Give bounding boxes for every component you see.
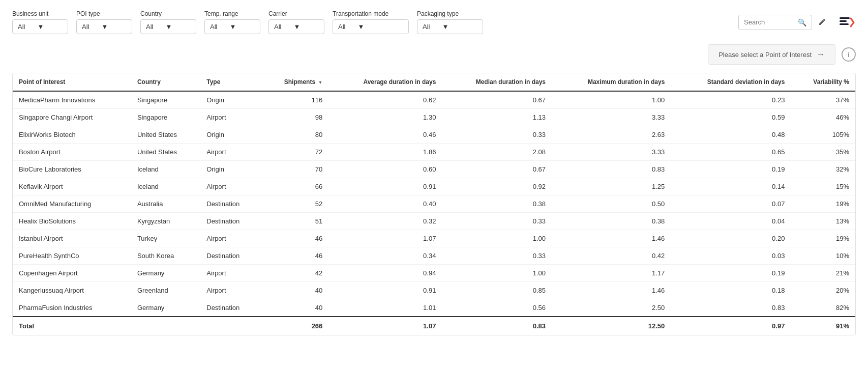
cell-type: Airport — [200, 282, 261, 299]
packaging-type-select[interactable]: All ▼ — [417, 19, 483, 34]
table-row[interactable]: Keflavik Airport Iceland Airport 66 0.91… — [13, 178, 855, 195]
packaging-type-value: All — [423, 23, 430, 31]
cell-shipments: 52 — [261, 195, 328, 213]
cell-max-duration: 1.17 — [552, 265, 671, 282]
cell-poi: MedicaPharm Innovations — [13, 91, 131, 109]
cell-std-deviation: 0.03 — [671, 247, 791, 265]
cell-std-deviation: 0.19 — [671, 265, 791, 282]
business-unit-select[interactable]: All ▼ — [12, 19, 68, 34]
cell-poi: PharmaFusion Industries — [13, 299, 131, 317]
cell-variability: 82% — [791, 299, 855, 317]
cell-max-duration: 0.42 — [552, 247, 671, 265]
filter-business-unit: Business unit All ▼ — [12, 10, 68, 34]
transportation-mode-value: All — [338, 23, 345, 31]
cell-poi: Healix BioSolutions — [13, 213, 131, 230]
footer-max-duration: 12.50 — [552, 317, 671, 335]
svg-rect-2 — [840, 23, 849, 25]
cell-max-duration: 0.38 — [552, 213, 671, 230]
cell-avg-duration: 0.32 — [328, 213, 442, 230]
cell-shipments: 40 — [261, 299, 328, 317]
table-row[interactable]: Istanbul Airport Turkey Airport 46 1.07 … — [13, 230, 855, 247]
carrier-value: All — [274, 23, 281, 31]
table-row[interactable]: BioCure Laboratories Iceland Origin 70 0… — [13, 161, 855, 178]
table-row[interactable]: PureHealth SynthCo South Korea Destinati… — [13, 247, 855, 265]
cell-median-duration: 0.92 — [442, 178, 552, 195]
cell-type: Destination — [200, 213, 261, 230]
filter-carrier: Carrier All ▼ — [268, 10, 324, 34]
cell-country: Iceland — [131, 161, 200, 178]
cell-median-duration: 0.33 — [442, 213, 552, 230]
footer-std-deviation: 0.97 — [671, 317, 791, 335]
carrier-select[interactable]: All ▼ — [268, 19, 324, 34]
cell-shipments: 70 — [261, 161, 328, 178]
table-row[interactable]: Singapore Changi Airport Singapore Airpo… — [13, 109, 855, 126]
table-row[interactable]: MedicaPharm Innovations Singapore Origin… — [13, 91, 855, 109]
cell-avg-duration: 1.01 — [328, 299, 442, 317]
search-input[interactable] — [744, 18, 795, 26]
col-header-variability: Variability % — [791, 73, 855, 91]
carrier-label: Carrier — [268, 10, 324, 17]
cell-type: Airport — [200, 230, 261, 247]
cell-poi: ElixirWorks Biotech — [13, 126, 131, 144]
edit-icon-button[interactable] — [816, 15, 829, 30]
table-row[interactable]: Copenhagen Airport Germany Airport 42 0.… — [13, 265, 855, 282]
cell-avg-duration: 0.91 — [328, 178, 442, 195]
filter-transportation-mode: Transportation mode All ▼ — [333, 10, 409, 34]
cell-max-duration: 3.33 — [552, 144, 671, 161]
cell-country: Singapore — [131, 109, 200, 126]
table-row[interactable]: ElixirWorks Biotech United States Origin… — [13, 126, 855, 144]
table-row[interactable]: OmniMed Manufacturing Australia Destinat… — [13, 195, 855, 213]
cell-type: Airport — [200, 265, 261, 282]
cell-type: Airport — [200, 178, 261, 195]
cell-poi: Singapore Changi Airport — [13, 109, 131, 126]
temp-range-label: Temp. range — [204, 10, 260, 17]
cell-std-deviation: 0.83 — [671, 299, 791, 317]
cell-shipments: 46 — [261, 247, 328, 265]
table-row[interactable]: Kangerlussuaq Airport Greenland Airport … — [13, 282, 855, 299]
cell-max-duration: 2.63 — [552, 126, 671, 144]
business-unit-label: Business unit — [12, 10, 68, 17]
filter-poi-type: POI type All ▼ — [76, 10, 132, 34]
cell-avg-duration: 0.40 — [328, 195, 442, 213]
cell-variability: 19% — [791, 195, 855, 213]
info-icon-button[interactable]: i — [842, 47, 856, 62]
cell-median-duration: 1.00 — [442, 265, 552, 282]
col-header-type: Type — [200, 73, 261, 91]
cell-poi: BioCure Laboratories — [13, 161, 131, 178]
cell-median-duration: 2.08 — [442, 144, 552, 161]
table-row[interactable]: Boston Airport United States Airport 72 … — [13, 144, 855, 161]
cell-avg-duration: 1.30 — [328, 109, 442, 126]
cell-country: Turkey — [131, 230, 200, 247]
cell-type: Origin — [200, 126, 261, 144]
cell-country: Germany — [131, 299, 200, 317]
table-row[interactable]: Healix BioSolutions Kyrgyzstan Destinati… — [13, 213, 855, 230]
cell-median-duration: 0.38 — [442, 195, 552, 213]
table-row[interactable]: PharmaFusion Industries Germany Destinat… — [13, 299, 855, 317]
col-header-std-deviation: Standard deviation in days — [671, 73, 791, 91]
cell-shipments: 42 — [261, 265, 328, 282]
transportation-mode-select[interactable]: All ▼ — [333, 19, 409, 34]
cell-country: South Korea — [131, 247, 200, 265]
footer-median-duration: 0.83 — [442, 317, 552, 335]
transportation-mode-label: Transportation mode — [333, 10, 409, 17]
cell-max-duration: 0.50 — [552, 195, 671, 213]
cell-shipments: 46 — [261, 230, 328, 247]
cell-avg-duration: 0.62 — [328, 91, 442, 109]
search-box[interactable]: 🔍 — [738, 15, 812, 30]
country-chevron: ▼ — [165, 23, 172, 31]
footer-avg-duration: 1.07 — [328, 317, 442, 335]
cell-std-deviation: 0.20 — [671, 230, 791, 247]
cell-avg-duration: 1.07 — [328, 230, 442, 247]
temp-range-select[interactable]: All ▼ — [204, 19, 260, 34]
country-select[interactable]: All ▼ — [140, 19, 196, 34]
cell-max-duration: 1.46 — [552, 282, 671, 299]
cell-avg-duration: 0.91 — [328, 282, 442, 299]
poi-arrow-icon: → — [817, 50, 825, 59]
cell-avg-duration: 1.86 — [328, 144, 442, 161]
cell-type: Destination — [200, 247, 261, 265]
col-header-shipments[interactable]: Shipments ▼ — [261, 73, 328, 91]
footer-label: Total — [13, 317, 261, 335]
cell-country: Australia — [131, 195, 200, 213]
cell-poi: Keflavik Airport — [13, 178, 131, 195]
poi-type-select[interactable]: All ▼ — [76, 19, 132, 34]
